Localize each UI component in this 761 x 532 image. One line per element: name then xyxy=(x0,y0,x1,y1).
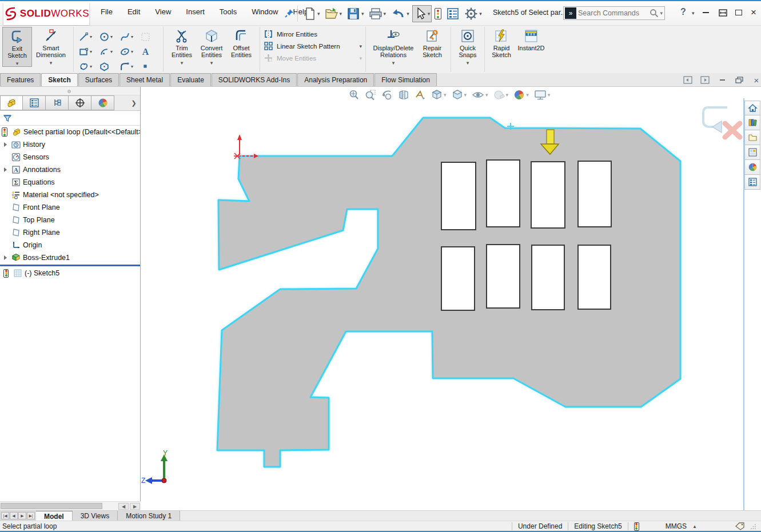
view-settings-button[interactable]: ▾ xyxy=(533,88,552,102)
tab-analysis-preparation[interactable]: Analysis Preparation xyxy=(297,73,374,86)
pin-menu-icon[interactable] xyxy=(284,8,294,18)
sketch-viewport[interactable]: Y Z xyxy=(141,87,761,510)
section-view-button[interactable] xyxy=(397,88,411,102)
undo-dropdown[interactable]: ▾ xyxy=(407,11,409,17)
spline-tool[interactable]: ▾ xyxy=(118,31,139,42)
sketch-rectangle-hole[interactable] xyxy=(578,245,611,309)
model-tab[interactable]: Model xyxy=(36,511,73,521)
smart-dimension-dropdown[interactable]: ▾ xyxy=(50,60,53,66)
view-palette-button[interactable] xyxy=(744,145,760,160)
panel-collapse-handle-icon[interactable] xyxy=(67,90,71,93)
doc-close-button[interactable]: × xyxy=(750,75,761,85)
exit-sketch-dropdown[interactable]: ▾ xyxy=(16,61,19,66)
status-tag-icon[interactable] xyxy=(735,522,745,530)
graphics-area[interactable]: Y Z xyxy=(141,87,761,510)
first-tab-button[interactable]: |◀ xyxy=(1,512,9,519)
scrollbar-thumb[interactable] xyxy=(1,503,102,509)
tab-features[interactable]: Features xyxy=(0,73,41,86)
tree-item-front-plane[interactable]: Front Plane xyxy=(0,201,140,214)
display-style-button[interactable]: ▾ xyxy=(451,88,468,102)
menu-tools[interactable]: Tools xyxy=(220,7,237,16)
zoom-to-area-button[interactable] xyxy=(364,88,377,102)
design-library-button[interactable] xyxy=(744,115,760,130)
line-tool[interactable]: ▾ xyxy=(77,31,98,42)
freeform-spline-tool[interactable]: ▾ xyxy=(77,61,98,72)
linear-sketch-pattern-button[interactable]: Linear Sketch Pattern ▾ xyxy=(264,41,362,51)
hide-show-items-button[interactable]: ▾ xyxy=(471,88,489,102)
tree-item-sketch5[interactable]: (-) Sketch5 xyxy=(0,267,140,279)
point-tool[interactable] xyxy=(139,61,160,72)
cancel-sketch-button[interactable] xyxy=(725,123,740,137)
options-dropdown[interactable]: ▾ xyxy=(479,11,482,17)
tab-propertymanager[interactable] xyxy=(23,95,46,110)
confirm-exit-sketch-button[interactable] xyxy=(703,107,727,133)
expand-caret-icon[interactable] xyxy=(4,255,7,260)
panel-tabs-overflow-button[interactable]: ❯ xyxy=(128,95,140,110)
search-icon[interactable] xyxy=(650,9,659,18)
zoom-to-fit-button[interactable] xyxy=(347,88,361,102)
expand-panes-button[interactable] xyxy=(716,7,730,18)
select-tool-button[interactable]: ▾ xyxy=(412,5,432,22)
tree-item-top-plane[interactable]: Top Plane xyxy=(0,214,140,226)
close-button[interactable]: × xyxy=(747,7,760,18)
arc-tool-dropdown[interactable]: ▾ xyxy=(110,49,113,54)
tree-item-boss-extrude1[interactable]: Boss-Extrude1 xyxy=(0,251,140,264)
circle-tool[interactable]: ▾ xyxy=(98,31,118,42)
save-dropdown[interactable]: ▾ xyxy=(361,11,364,17)
tab-dimxpertmanager[interactable] xyxy=(69,95,91,110)
file-explorer-button[interactable] xyxy=(744,130,760,145)
quick-snaps-dropdown[interactable]: ▾ xyxy=(467,60,469,66)
trim-entities-dropdown[interactable]: ▾ xyxy=(181,60,184,66)
exit-sketch-button[interactable]: Exit Sketch ▾ xyxy=(2,27,32,67)
apply-scene-button[interactable]: ▾ xyxy=(512,88,530,102)
text-tool[interactable]: A xyxy=(139,46,160,57)
menu-view[interactable]: View xyxy=(155,7,171,16)
tree-item-sensors[interactable]: Sensors xyxy=(0,151,140,163)
new-document-dropdown[interactable]: ▾ xyxy=(317,11,320,17)
sketch-rectangle-hole[interactable] xyxy=(531,162,565,228)
tab-solidworks-add-ins[interactable]: SOLIDWORKS Add-Ins xyxy=(212,73,297,86)
sketch-fillet-tool[interactable]: ▾ xyxy=(118,61,139,72)
repair-sketch-button[interactable]: Repair Sketch xyxy=(417,27,447,58)
expand-caret-icon[interactable] xyxy=(4,167,7,172)
tab-sheet-metal[interactable]: Sheet Metal xyxy=(119,73,170,86)
tab-displaymanager[interactable] xyxy=(91,95,114,110)
appearances-scenes-button[interactable] xyxy=(744,160,760,175)
sketch-fillet-dropdown[interactable]: ▾ xyxy=(131,64,133,69)
rectangle-tool[interactable]: ▾ xyxy=(77,46,98,57)
quick-snaps-button[interactable]: Quick Snaps ▾ xyxy=(455,27,481,66)
hide-show-items-dropdown[interactable]: ▾ xyxy=(485,92,488,98)
search-dropdown[interactable]: ▾ xyxy=(660,10,663,16)
doc-restore-button[interactable] xyxy=(733,75,746,85)
new-document-button[interactable]: ▾ xyxy=(302,5,322,22)
rapid-sketch-button[interactable]: Rapid Sketch xyxy=(488,27,515,58)
arc-tool[interactable]: ▾ xyxy=(98,46,118,57)
rectangle-tool-dropdown[interactable]: ▾ xyxy=(90,49,92,54)
search-scope-icon[interactable]: » xyxy=(565,7,576,19)
menu-edit[interactable]: Edit xyxy=(128,7,140,16)
display-delete-relations-dropdown[interactable]: ▾ xyxy=(392,60,395,66)
rollback-bar[interactable] xyxy=(0,265,140,266)
ellipse-tool[interactable]: ▾ xyxy=(118,46,139,57)
task-pane-home-button[interactable] xyxy=(744,101,760,115)
offset-entities-button[interactable]: Offset Entities xyxy=(226,27,256,58)
maximize-button[interactable] xyxy=(732,7,746,18)
line-tool-dropdown[interactable]: ▾ xyxy=(90,34,92,39)
print-dropdown[interactable]: ▾ xyxy=(384,11,387,17)
spline-tool-dropdown[interactable]: ▾ xyxy=(131,34,133,39)
print-button[interactable]: ▾ xyxy=(367,5,388,22)
last-tab-button[interactable]: ▶| xyxy=(27,512,35,519)
tab-surfaces[interactable]: Surfaces xyxy=(78,73,119,86)
tree-item-material[interactable]: Material <not specified> xyxy=(0,189,140,201)
sketch-rectangle-hole[interactable] xyxy=(487,160,520,227)
tree-item-equations[interactable]: Σ Equations xyxy=(0,176,140,189)
save-button[interactable]: ▾ xyxy=(345,5,366,22)
tree-filter-bar[interactable] xyxy=(0,111,140,126)
3d-views-tab[interactable]: 3D Views xyxy=(73,511,118,521)
menu-window[interactable]: Window xyxy=(252,7,278,16)
undo-button[interactable]: ▾ xyxy=(389,5,411,22)
tree-item-history[interactable]: History xyxy=(0,138,140,151)
freeform-spline-dropdown[interactable]: ▾ xyxy=(90,64,92,69)
tree-horizontal-scrollbar[interactable]: ◀ ▶ xyxy=(0,501,141,510)
help-button[interactable]: ? xyxy=(680,7,686,17)
